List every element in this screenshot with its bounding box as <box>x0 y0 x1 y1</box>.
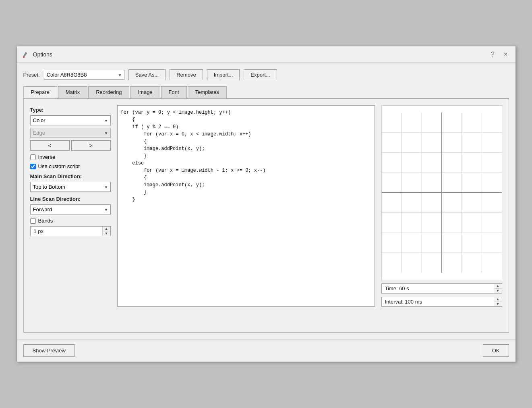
line-scan-label: Line Scan Direction: <box>30 196 111 202</box>
line-scan-dropdown-wrapper: Forward Backward Alternating <box>30 204 111 214</box>
grid-canvas <box>381 105 502 280</box>
title-text: Options <box>33 51 52 58</box>
nav-row: < > <box>30 140 111 151</box>
nav-prev-button[interactable]: < <box>30 140 70 151</box>
grid-svg <box>382 106 502 280</box>
bands-label: Bands <box>38 218 53 224</box>
show-preview-button[interactable]: Show Preview <box>23 344 75 357</box>
custom-script-checkbox[interactable] <box>30 164 36 169</box>
interval-value: Interval: 100 ms <box>382 297 494 306</box>
line-scan-dropdown[interactable]: Forward Backward Alternating <box>30 204 111 214</box>
code-editor[interactable]: for (var y = 0; y < image.height; y++) {… <box>117 105 375 307</box>
preset-select[interactable]: Color A8R8G8B8 <box>44 70 124 80</box>
options-dialog: Options ? × Preset: Color A8R8G8B8 Save … <box>17 46 516 362</box>
px-spinner-buttons: ▲ ▼ <box>102 227 110 236</box>
tab-prepare[interactable]: Prepare <box>23 86 57 98</box>
title-bar: Options ? × <box>17 46 515 63</box>
remove-button[interactable]: Remove <box>170 69 203 80</box>
title-bar-left: Options <box>22 50 52 58</box>
preset-label: Preset: <box>23 72 40 78</box>
left-panel: Type: Color Grayscale Monochrome Edge No… <box>30 105 111 307</box>
save-as-button[interactable]: Save As... <box>128 69 166 80</box>
interval-decrement-button[interactable]: ▼ <box>494 302 502 306</box>
interval-spinner: Interval: 100 ms ▲ ▼ <box>381 297 502 307</box>
type-dropdown-wrapper: Color Grayscale Monochrome <box>30 115 111 125</box>
main-scan-label: Main Scan Direction: <box>30 173 111 179</box>
tab-image[interactable]: Image <box>130 86 160 98</box>
interval-increment-button[interactable]: ▲ <box>494 297 502 302</box>
time-increment-button[interactable]: ▲ <box>494 284 502 289</box>
subtype-dropdown-wrapper: Edge None <box>30 128 111 138</box>
inverse-row: Inverse <box>30 154 111 160</box>
tab-content-prepare: Type: Color Grayscale Monochrome Edge No… <box>23 99 509 333</box>
custom-script-row: Use custom script <box>30 163 111 169</box>
close-button[interactable]: × <box>501 50 511 59</box>
main-scan-dropdown[interactable]: Top to Bottom Bottom to Top Left to Righ… <box>30 182 111 192</box>
bottom-bar: Show Preview OK <box>17 339 515 362</box>
import-button[interactable]: Import... <box>207 69 240 80</box>
preset-row: Preset: Color A8R8G8B8 Save As... Remove… <box>23 69 509 80</box>
help-button[interactable]: ? <box>488 50 498 59</box>
bands-checkbox[interactable] <box>30 218 36 224</box>
export-button[interactable]: Export... <box>244 69 277 80</box>
bands-row: Bands <box>30 218 111 224</box>
subtype-dropdown[interactable]: Edge None <box>30 128 111 138</box>
main-scan-dropdown-wrapper: Top to Bottom Bottom to Top Left to Righ… <box>30 182 111 192</box>
time-decrement-button[interactable]: ▼ <box>494 289 502 293</box>
nav-next-button[interactable]: > <box>71 140 111 151</box>
main-content: Preset: Color A8R8G8B8 Save As... Remove… <box>17 63 515 339</box>
time-value: Time: 60 s <box>382 284 494 293</box>
time-spinner-buttons: ▲ ▼ <box>494 284 502 293</box>
tab-font[interactable]: Font <box>161 86 187 98</box>
type-dropdown[interactable]: Color Grayscale Monochrome <box>30 115 111 125</box>
preset-select-wrapper: Color A8R8G8B8 <box>44 70 124 80</box>
app-icon <box>22 50 30 58</box>
right-panel: Time: 60 s ▲ ▼ Interval: 100 ms ▲ ▼ <box>381 105 502 307</box>
tab-templates[interactable]: Templates <box>188 86 227 98</box>
interval-spinner-buttons: ▲ ▼ <box>494 297 502 306</box>
title-bar-buttons: ? × <box>488 50 511 59</box>
main-layout: Type: Color Grayscale Monochrome Edge No… <box>30 105 502 307</box>
tab-matrix[interactable]: Matrix <box>58 86 87 98</box>
custom-script-label: Use custom script <box>38 163 80 169</box>
inverse-label: Inverse <box>38 154 56 160</box>
px-decrement-button[interactable]: ▼ <box>103 231 110 236</box>
svg-point-0 <box>23 56 25 58</box>
type-label: Type: <box>30 107 111 113</box>
px-value: 1 px <box>31 227 102 236</box>
tab-reordering[interactable]: Reordering <box>88 86 129 98</box>
inverse-checkbox[interactable] <box>30 154 36 160</box>
tab-bar: Prepare Matrix Reordering Image Font Tem… <box>23 86 509 99</box>
ok-button[interactable]: OK <box>483 344 509 357</box>
time-spinner: Time: 60 s ▲ ▼ <box>381 283 502 294</box>
px-increment-button[interactable]: ▲ <box>103 227 110 231</box>
px-spinner: 1 px ▲ ▼ <box>30 226 111 236</box>
